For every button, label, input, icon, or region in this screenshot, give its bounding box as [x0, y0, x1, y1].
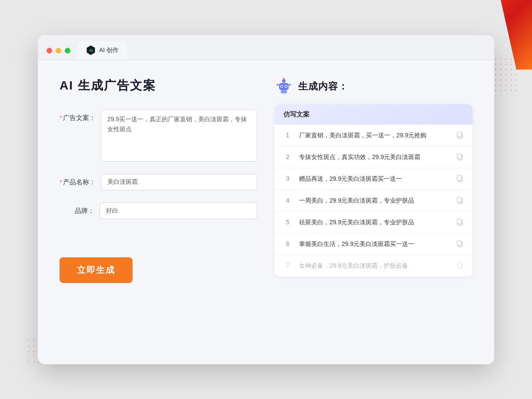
row-number: 1 — [283, 132, 292, 139]
result-title: 生成内容： — [298, 80, 348, 93]
ad-copy-label: *广告文案： — [60, 110, 96, 122]
brand-input[interactable] — [100, 203, 257, 219]
generate-button[interactable]: 立即生成 — [60, 257, 133, 283]
copy-icon[interactable] — [456, 175, 464, 183]
product-name-required: * — [60, 178, 62, 186]
tab-label: AI 创作 — [99, 47, 119, 54]
robot-icon — [275, 77, 293, 96]
product-name-label: *产品名称： — [60, 174, 96, 186]
table-row: 5 祛斑美白，29.9元美白淡斑霜，专业护肤品 — [275, 212, 472, 233]
svg-rect-16 — [457, 176, 462, 180]
svg-point-4 — [281, 86, 283, 87]
row-text: 女神必备，29.9元美白淡斑霜，护肤必备 — [299, 261, 449, 270]
browser-body: AI 生成广告文案 *广告文案： 29.9买一送一，真正的厂家直销，美白淡斑霜，… — [38, 60, 494, 364]
svg-rect-12 — [457, 132, 462, 137]
result-header: 生成内容： — [275, 77, 472, 96]
results-table: 仿写文案 1 厂家直销，美白淡斑霜，买一送一，29.9元抢购 2 专抹女性斑点，… — [275, 104, 472, 276]
svg-rect-14 — [457, 154, 462, 159]
table-row: 7 女神必备，29.9元美白淡斑霜，护肤必备 — [275, 255, 472, 276]
table-row: 2 专抹女性斑点，真实功效，29.9元美白淡斑霜 — [275, 146, 472, 168]
window-controls — [47, 48, 70, 60]
copy-icon[interactable] — [456, 262, 464, 269]
copy-icon[interactable] — [456, 131, 464, 139]
copy-icon[interactable] — [456, 196, 464, 204]
row-text: 赠品再送，29.9元美白淡斑霜买一送一 — [299, 174, 449, 183]
table-row: 1 厂家直销，美白淡斑霜，买一送一，29.9元抢购 — [275, 125, 472, 146]
brand-group: 品牌： — [60, 203, 257, 219]
browser-chrome: AI AI 创作 — [38, 35, 494, 60]
svg-rect-24 — [457, 263, 462, 267]
minimize-button[interactable] — [56, 48, 61, 53]
svg-rect-9 — [276, 84, 279, 86]
svg-rect-10 — [288, 84, 291, 86]
row-number: 7 — [283, 262, 292, 269]
close-button[interactable] — [47, 48, 52, 53]
row-text: 厂家直销，美白淡斑霜，买一送一，29.9元抢购 — [299, 131, 449, 140]
right-panel: 生成内容： 仿写文案 1 厂家直销，美白淡斑霜，买一送一，29.9元抢购 2 专… — [275, 77, 472, 347]
product-name-group: *产品名称： — [60, 174, 257, 190]
table-row: 4 一周美白，29.9元美白淡斑霜，专业护肤品 — [275, 190, 472, 212]
browser-window: AI AI 创作 AI 生成广告文案 *广告文案： 29.9买一送一，真正的厂家… — [38, 35, 494, 364]
maximize-button[interactable] — [65, 48, 70, 53]
ai-tab[interactable]: AI AI 创作 — [77, 41, 127, 60]
copy-icon[interactable] — [456, 218, 464, 226]
row-text: 掌握美白生活，29.9元美白淡斑霜买一送一 — [299, 239, 449, 249]
results-table-header: 仿写文案 — [275, 104, 472, 125]
ad-copy-input[interactable]: 29.9买一送一，真正的厂家直销，美白淡斑霜，专抹女性斑点 — [101, 110, 257, 162]
row-text: 祛斑美白，29.9元美白淡斑霜，专业护肤品 — [299, 218, 449, 227]
results-list: 1 厂家直销，美白淡斑霜，买一送一，29.9元抢购 2 专抹女性斑点，真实功效，… — [275, 125, 472, 276]
table-row: 3 赠品再送，29.9元美白淡斑霜买一送一 — [275, 168, 472, 190]
brand-label: 品牌： — [60, 203, 94, 215]
copy-icon[interactable] — [456, 153, 464, 161]
row-text: 一周美白，29.9元美白淡斑霜，专业护肤品 — [299, 196, 449, 205]
row-number: 3 — [283, 175, 292, 182]
ad-copy-group: *广告文案： 29.9买一送一，真正的厂家直销，美白淡斑霜，专抹女性斑点 — [60, 110, 257, 162]
row-number: 6 — [283, 240, 292, 247]
svg-rect-22 — [457, 241, 462, 246]
copy-icon[interactable] — [456, 240, 464, 248]
row-number: 2 — [283, 153, 292, 160]
svg-rect-20 — [457, 219, 462, 224]
row-text: 专抹女性斑点，真实功效，29.9元美白淡斑霜 — [299, 153, 449, 162]
ai-tab-icon: AI — [86, 46, 96, 55]
ad-copy-required: * — [60, 114, 62, 121]
row-number: 5 — [283, 219, 292, 226]
product-name-input[interactable] — [101, 174, 257, 190]
svg-point-5 — [286, 86, 287, 87]
left-panel: AI 生成广告文案 *广告文案： 29.9买一送一，真正的厂家直销，美白淡斑霜，… — [60, 77, 257, 347]
row-number: 4 — [283, 197, 292, 204]
table-row: 6 掌握美白生活，29.9元美白淡斑霜买一送一 — [275, 233, 472, 255]
svg-point-7 — [283, 78, 285, 80]
svg-rect-8 — [281, 90, 287, 93]
page-title: AI 生成广告文案 — [60, 77, 257, 94]
svg-rect-18 — [457, 197, 462, 202]
